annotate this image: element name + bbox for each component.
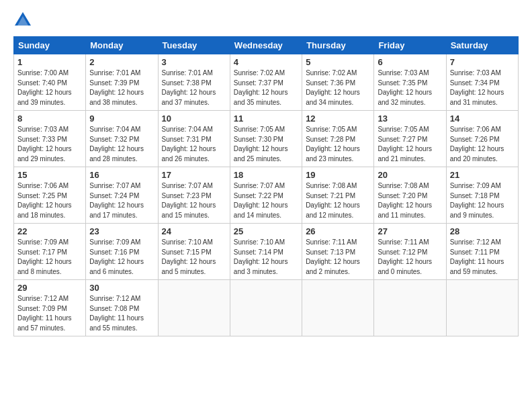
sunrise-label: Sunrise: 7:05 AM (234, 126, 285, 133)
day-info: Sunrise: 7:06 AM Sunset: 7:25 PM Dayligh… (17, 181, 82, 220)
calendar-day-cell: 28 Sunrise: 7:12 AM Sunset: 7:11 PM Dayl… (446, 224, 518, 280)
daylight-label: Daylight: 12 hours and 26 minutes. (162, 145, 216, 163)
sunrise-label: Sunrise: 7:09 AM (17, 238, 69, 246)
sunrise-label: Sunrise: 7:06 AM (17, 182, 69, 189)
daylight-label: Daylight: 12 hours and 11 minutes. (378, 201, 432, 219)
day-number: 2 (89, 57, 154, 67)
sunset-label: Sunset: 7:39 PM (89, 79, 139, 87)
sunset-label: Sunset: 7:37 PM (234, 79, 283, 87)
calendar-day-cell: 11 Sunrise: 7:05 AM Sunset: 7:30 PM Dayl… (230, 111, 302, 167)
day-info: Sunrise: 7:02 AM Sunset: 7:37 PM Dayligh… (234, 68, 298, 107)
daylight-label: Daylight: 12 hours and 31 minutes. (450, 89, 504, 106)
sunrise-label: Sunrise: 7:10 AM (162, 238, 213, 246)
sunset-label: Sunset: 7:22 PM (234, 192, 283, 199)
day-info: Sunrise: 7:07 AM Sunset: 7:24 PM Dayligh… (89, 181, 154, 220)
daylight-label: Daylight: 12 hours and 39 minutes. (17, 89, 72, 106)
day-of-week-header: Thursday (302, 37, 374, 54)
daylight-label: Daylight: 11 hours and 57 minutes. (17, 314, 72, 332)
calendar-day-cell: 21 Sunrise: 7:09 AM Sunset: 7:18 PM Dayl… (446, 167, 518, 224)
daylight-label: Daylight: 12 hours and 6 minutes. (89, 258, 144, 275)
day-number: 8 (17, 113, 82, 124)
sunset-label: Sunset: 7:09 PM (17, 305, 67, 312)
calendar-day-cell: 9 Sunrise: 7:04 AM Sunset: 7:32 PM Dayli… (86, 111, 158, 167)
day-info: Sunrise: 7:11 AM Sunset: 7:13 PM Dayligh… (306, 238, 370, 277)
sunrise-label: Sunrise: 7:01 AM (162, 69, 213, 77)
day-info: Sunrise: 7:10 AM Sunset: 7:14 PM Dayligh… (234, 238, 298, 277)
day-number: 21 (450, 170, 515, 180)
day-number: 14 (450, 113, 515, 124)
sunrise-label: Sunrise: 7:03 AM (378, 69, 429, 77)
calendar-day-cell: 14 Sunrise: 7:06 AM Sunset: 7:26 PM Dayl… (446, 111, 518, 167)
day-info: Sunrise: 7:12 AM Sunset: 7:09 PM Dayligh… (17, 294, 82, 333)
day-number: 3 (162, 57, 226, 67)
sunrise-label: Sunrise: 7:04 AM (89, 126, 140, 133)
daylight-label: Daylight: 12 hours and 17 minutes. (89, 201, 144, 219)
sunset-label: Sunset: 7:30 PM (234, 136, 283, 143)
calendar-week-row: 15 Sunrise: 7:06 AM Sunset: 7:25 PM Dayl… (14, 167, 519, 224)
calendar-day-cell: 20 Sunrise: 7:08 AM Sunset: 7:20 PM Dayl… (374, 167, 446, 224)
day-info: Sunrise: 7:07 AM Sunset: 7:23 PM Dayligh… (162, 181, 226, 220)
daylight-label: Daylight: 12 hours and 2 minutes. (306, 258, 360, 275)
daylight-label: Daylight: 12 hours and 35 minutes. (234, 89, 288, 106)
day-info: Sunrise: 7:03 AM Sunset: 7:34 PM Dayligh… (450, 68, 515, 107)
day-info: Sunrise: 7:08 AM Sunset: 7:21 PM Dayligh… (306, 181, 370, 220)
sunset-label: Sunset: 7:16 PM (89, 248, 139, 256)
day-of-week-header: Friday (374, 37, 446, 54)
calendar-day-cell: 27 Sunrise: 7:11 AM Sunset: 7:12 PM Dayl… (374, 224, 446, 280)
sunset-label: Sunset: 7:13 PM (306, 248, 355, 256)
day-of-week-header: Tuesday (158, 37, 230, 54)
sunrise-label: Sunrise: 7:12 AM (17, 295, 69, 302)
calendar-day-cell: 22 Sunrise: 7:09 AM Sunset: 7:17 PM Dayl… (14, 224, 86, 280)
daylight-label: Daylight: 12 hours and 20 minutes. (450, 145, 504, 163)
day-info: Sunrise: 7:06 AM Sunset: 7:26 PM Dayligh… (450, 125, 515, 164)
day-number: 6 (378, 57, 442, 67)
day-info: Sunrise: 7:03 AM Sunset: 7:35 PM Dayligh… (378, 68, 442, 107)
sunset-label: Sunset: 7:11 PM (450, 248, 500, 256)
day-info: Sunrise: 7:04 AM Sunset: 7:31 PM Dayligh… (162, 125, 226, 164)
sunrise-label: Sunrise: 7:09 AM (89, 238, 140, 246)
sunrise-label: Sunrise: 7:06 AM (450, 126, 501, 133)
calendar-day-cell: 8 Sunrise: 7:03 AM Sunset: 7:33 PM Dayli… (14, 111, 86, 167)
daylight-label: Daylight: 12 hours and 38 minutes. (89, 89, 144, 106)
sunset-label: Sunset: 7:27 PM (378, 136, 427, 143)
calendar-day-cell: 5 Sunrise: 7:02 AM Sunset: 7:36 PM Dayli… (302, 54, 374, 111)
day-number: 16 (89, 170, 154, 180)
day-number: 11 (234, 113, 298, 124)
day-of-week-header: Monday (86, 37, 158, 54)
sunrise-label: Sunrise: 7:04 AM (162, 126, 213, 133)
sunset-label: Sunset: 7:34 PM (450, 79, 500, 87)
calendar-week-row: 1 Sunrise: 7:00 AM Sunset: 7:40 PM Dayli… (14, 54, 519, 111)
day-number: 4 (234, 57, 298, 67)
calendar-body: 1 Sunrise: 7:00 AM Sunset: 7:40 PM Dayli… (14, 54, 519, 336)
daylight-label: Daylight: 12 hours and 28 minutes. (89, 145, 144, 163)
day-info: Sunrise: 7:00 AM Sunset: 7:40 PM Dayligh… (17, 68, 82, 107)
daylight-label: Daylight: 12 hours and 21 minutes. (378, 145, 432, 163)
day-of-week-header: Wednesday (230, 37, 302, 54)
day-number: 28 (450, 226, 515, 236)
calendar-day-cell: 15 Sunrise: 7:06 AM Sunset: 7:25 PM Dayl… (14, 167, 86, 224)
day-info: Sunrise: 7:04 AM Sunset: 7:32 PM Dayligh… (89, 125, 154, 164)
sunrise-label: Sunrise: 7:03 AM (17, 126, 69, 133)
day-info: Sunrise: 7:02 AM Sunset: 7:36 PM Dayligh… (306, 68, 370, 107)
sunset-label: Sunset: 7:31 PM (162, 136, 212, 143)
sunrise-label: Sunrise: 7:09 AM (450, 182, 501, 189)
calendar-week-row: 22 Sunrise: 7:09 AM Sunset: 7:17 PM Dayl… (14, 224, 519, 280)
sunset-label: Sunset: 7:40 PM (17, 79, 67, 87)
sunset-label: Sunset: 7:38 PM (162, 79, 212, 87)
day-info: Sunrise: 7:01 AM Sunset: 7:39 PM Dayligh… (89, 68, 154, 107)
sunset-label: Sunset: 7:33 PM (17, 136, 67, 143)
calendar-day-cell: 29 Sunrise: 7:12 AM Sunset: 7:09 PM Dayl… (14, 280, 86, 336)
sunset-label: Sunset: 7:17 PM (17, 248, 67, 256)
day-number: 1 (17, 57, 82, 67)
day-info: Sunrise: 7:01 AM Sunset: 7:38 PM Dayligh… (162, 68, 226, 107)
calendar-day-cell: 24 Sunrise: 7:10 AM Sunset: 7:15 PM Dayl… (158, 224, 230, 280)
calendar-day-cell: 17 Sunrise: 7:07 AM Sunset: 7:23 PM Dayl… (158, 167, 230, 224)
calendar-day-cell (302, 280, 374, 336)
calendar-day-cell: 2 Sunrise: 7:01 AM Sunset: 7:39 PM Dayli… (86, 54, 158, 111)
sunset-label: Sunset: 7:36 PM (306, 79, 355, 87)
sunset-label: Sunset: 7:20 PM (378, 192, 427, 199)
calendar-day-cell: 4 Sunrise: 7:02 AM Sunset: 7:37 PM Dayli… (230, 54, 302, 111)
calendar-day-cell: 3 Sunrise: 7:01 AM Sunset: 7:38 PM Dayli… (158, 54, 230, 111)
day-of-week-header: Sunday (14, 37, 86, 54)
daylight-label: Daylight: 11 hours and 59 minutes. (450, 258, 504, 275)
